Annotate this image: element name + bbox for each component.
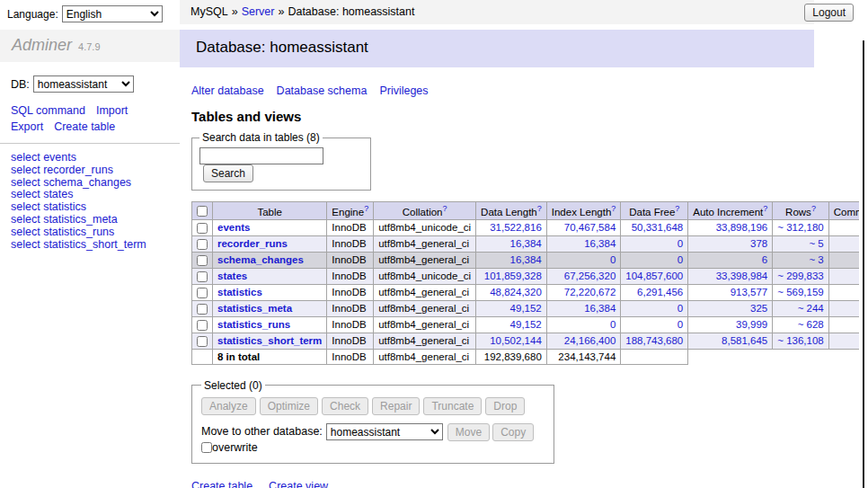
row-checkbox[interactable] (197, 255, 208, 266)
sidebar-table-link[interactable]: select statistics (11, 201, 180, 214)
table-name-link[interactable]: schema_changes (217, 254, 304, 265)
data-free-link[interactable]: 0 (678, 238, 683, 249)
search-input[interactable] (199, 147, 323, 164)
data-free-link[interactable]: 0 (678, 319, 683, 330)
help-link[interactable]: ? (811, 204, 816, 213)
index-length-link[interactable]: 24,166,400 (564, 335, 616, 346)
sidebar-table-link[interactable]: select states (11, 189, 180, 201)
bulk-action-button[interactable]: Optimize (260, 397, 318, 415)
select-all-checkbox[interactable] (197, 206, 208, 217)
bulk-action-button[interactable]: Drop (485, 397, 525, 415)
table-name-link[interactable]: statistics_runs (217, 319, 290, 330)
rows-link[interactable]: ~ 628 (798, 319, 824, 330)
row-checkbox[interactable] (197, 304, 208, 315)
auto-increment-link[interactable]: 39,999 (736, 319, 767, 330)
data-free-link[interactable]: 0 (678, 254, 683, 265)
logout-button[interactable]: Logout (804, 4, 854, 22)
index-length-link[interactable]: 72,220,672 (564, 287, 616, 297)
index-length-link[interactable]: 0 (610, 319, 616, 330)
data-length-link[interactable]: 101,859,328 (484, 271, 542, 281)
sidebar-link[interactable]: Import (96, 104, 128, 117)
index-length-link[interactable]: 67,256,320 (564, 271, 616, 281)
index-length-link[interactable]: 16,384 (584, 238, 616, 249)
move-button[interactable]: Move (447, 423, 490, 441)
data-free-link[interactable]: 104,857,600 (625, 271, 683, 281)
auto-increment-link[interactable]: 8,581,645 (722, 335, 767, 346)
rows-link[interactable]: ~ 136,108 (777, 335, 823, 346)
row-checkbox[interactable] (197, 239, 208, 250)
help-link[interactable]: ? (442, 204, 447, 213)
sidebar-link[interactable]: Export (11, 120, 43, 133)
sidebar-link[interactable]: Create table (54, 120, 115, 133)
breadcrumb-server-link[interactable]: Server (242, 5, 275, 18)
sidebar-table-link[interactable]: select statistics_meta (11, 214, 180, 226)
data-length-link[interactable]: 49,152 (510, 319, 542, 330)
create-link[interactable]: Create table (191, 480, 252, 488)
db-select[interactable]: homeassistant (33, 75, 134, 93)
db-action-link[interactable]: Privileges (379, 84, 428, 97)
row-checkbox[interactable] (197, 223, 208, 234)
overwrite-checkbox[interactable] (201, 442, 212, 453)
row-checkbox[interactable] (197, 336, 208, 347)
table-name-link[interactable]: states (217, 271, 247, 281)
db-action-link[interactable]: Database schema (277, 84, 368, 97)
data-length-link[interactable]: 16,384 (510, 254, 542, 265)
row-checkbox[interactable] (197, 320, 208, 331)
table-name-link[interactable]: statistics (217, 287, 262, 297)
help-link[interactable]: ? (364, 204, 368, 213)
auto-increment-link[interactable]: 913,577 (731, 287, 768, 297)
auto-increment-link[interactable]: 33,398,984 (716, 271, 768, 281)
adminer-logo-link[interactable]: Adminer (12, 36, 72, 54)
copy-button[interactable]: Copy (492, 423, 534, 441)
bulk-action-button[interactable]: Truncate (423, 397, 482, 415)
sidebar-table-link[interactable]: select statistics_runs (11, 226, 180, 239)
help-link[interactable]: ? (537, 204, 542, 213)
data-length-link[interactable]: 48,824,320 (490, 287, 542, 297)
sidebar-link[interactable]: SQL command (11, 104, 85, 117)
rows-link[interactable]: ~ 3 (809, 254, 823, 265)
table-name-link[interactable]: statistics_short_term (217, 335, 322, 346)
sidebar-table-link[interactable]: select recorder_runs (11, 164, 180, 177)
row-checkbox[interactable] (197, 271, 208, 282)
index-length-link[interactable]: 0 (610, 254, 616, 265)
row-checkbox[interactable] (197, 288, 208, 298)
overwrite-label[interactable]: overwrite (212, 441, 258, 454)
data-length-link[interactable]: 16,384 (510, 238, 542, 249)
rows-link[interactable]: ~ 569,159 (777, 287, 823, 297)
rows-link[interactable]: ~ 244 (798, 303, 824, 314)
data-free-link[interactable]: 50,331,648 (632, 222, 684, 233)
data-length-link[interactable]: 49,152 (510, 303, 542, 314)
help-link[interactable]: ? (611, 204, 616, 213)
language-select[interactable]: English (62, 5, 163, 22)
auto-increment-link[interactable]: 33,898,196 (716, 222, 768, 233)
scrollbar-thumb[interactable] (863, 40, 864, 488)
auto-increment-link[interactable]: 325 (750, 303, 767, 314)
bulk-action-button[interactable]: Repair (372, 397, 420, 415)
auto-increment-link[interactable]: 6 (762, 254, 767, 265)
data-free-link[interactable]: 0 (678, 303, 683, 314)
data-free-link[interactable]: 6,291,456 (637, 287, 683, 297)
table-name-link[interactable]: events (217, 222, 250, 233)
data-length-link[interactable]: 10,502,144 (490, 335, 542, 346)
db-action-link[interactable]: Alter database (191, 84, 264, 97)
table-name-link[interactable]: recorder_runs (217, 238, 288, 249)
create-link[interactable]: Create view (269, 480, 328, 488)
rows-link[interactable]: ~ 5 (809, 238, 823, 249)
rows-link[interactable]: ~ 299,833 (777, 271, 823, 281)
data-length-link[interactable]: 31,522,816 (490, 222, 542, 233)
help-link[interactable]: ? (675, 204, 679, 213)
auto-increment-link[interactable]: 378 (750, 238, 767, 249)
data-free-link[interactable]: 188,743,680 (625, 335, 683, 346)
search-button[interactable]: Search (203, 164, 253, 182)
bulk-action-button[interactable]: Analyze (201, 397, 256, 415)
sidebar-table-link[interactable]: select events (11, 152, 180, 164)
rows-link[interactable]: ~ 312,180 (777, 222, 823, 233)
index-length-link[interactable]: 70,467,584 (564, 222, 616, 233)
table-name-link[interactable]: statistics_meta (217, 303, 292, 314)
sidebar-table-link[interactable]: select schema_changes (11, 177, 180, 190)
bulk-action-button[interactable]: Check (322, 397, 368, 415)
move-db-select[interactable]: homeassistant (326, 423, 443, 440)
sidebar-table-link[interactable]: select statistics_short_term (11, 239, 180, 252)
help-link[interactable]: ? (763, 204, 767, 213)
index-length-link[interactable]: 16,384 (584, 303, 616, 314)
